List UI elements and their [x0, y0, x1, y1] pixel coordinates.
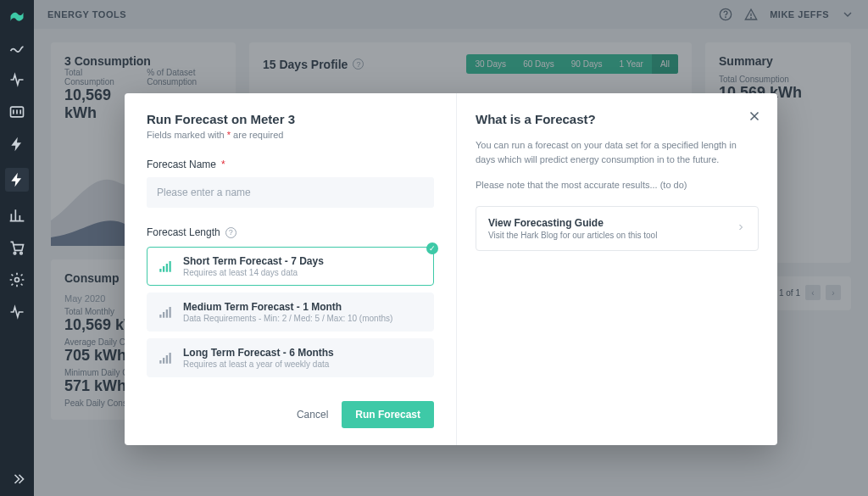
info-p1: You can run a forecast on your data set … [476, 138, 759, 166]
nav-sliders-icon[interactable] [8, 103, 25, 120]
svg-rect-12 [163, 312, 164, 318]
nav-cart-icon[interactable] [8, 239, 25, 256]
svg-point-3 [15, 278, 19, 282]
svg-rect-16 [163, 358, 164, 364]
opt1-title: Short Term Forecast - 7 Days [183, 255, 324, 267]
opt2-desc: Data Requirements - Min: 2 / Med: 5 / Ma… [183, 314, 392, 323]
forecast-option-short[interactable]: Short Term Forecast - 7 Days Requires at… [147, 247, 434, 286]
forecast-name-label: Forecast Name * [147, 159, 434, 170]
svg-rect-13 [166, 309, 168, 318]
svg-rect-15 [159, 360, 161, 364]
nav-chart-icon[interactable] [8, 207, 25, 224]
nav-settings-icon[interactable] [8, 271, 25, 288]
opt3-desc: Requires at least a year of weekly data [183, 359, 334, 369]
signal-icon [158, 259, 173, 274]
app-logo [8, 7, 25, 24]
chevron-right-icon [736, 220, 746, 236]
check-icon: ✓ [426, 242, 438, 254]
opt1-desc: Requires at least 14 days data [183, 268, 324, 277]
svg-rect-14 [170, 307, 171, 318]
run-forecast-button[interactable]: Run Forecast [342, 401, 434, 428]
nav-bolt-icon[interactable] [8, 136, 25, 153]
svg-rect-10 [170, 261, 171, 272]
nav-bolt-active-icon[interactable] [5, 168, 29, 192]
svg-rect-8 [163, 266, 164, 272]
signal-icon [158, 350, 173, 365]
sidebar [0, 0, 34, 496]
modal-overlay: Run Forecast on Meter 3 Fields marked wi… [34, 0, 868, 496]
info-title: What is a Forecast? [476, 112, 759, 126]
forecast-length-label: Forecast Length ? [147, 226, 434, 238]
length-help-icon[interactable]: ? [225, 227, 236, 238]
forecast-option-medium[interactable]: Medium Term Forecast - 1 Month Data Requ… [147, 293, 434, 332]
modal-title: Run Forecast on Meter 3 [147, 112, 434, 126]
svg-rect-17 [166, 355, 168, 364]
svg-rect-11 [159, 315, 161, 318]
info-p2: Please note that the most accurate resul… [476, 178, 759, 192]
sidebar-expand-icon[interactable] [8, 471, 25, 488]
close-button[interactable] [747, 109, 762, 124]
modal-subtitle: Fields marked with * are required [147, 130, 434, 140]
svg-rect-9 [166, 264, 168, 272]
signal-icon [158, 304, 173, 320]
svg-rect-18 [170, 353, 171, 364]
svg-point-2 [20, 252, 23, 254]
forecast-option-long[interactable]: Long Term Forecast - 6 Months Requires a… [147, 338, 434, 377]
guide-title: View Forecasting Guide [488, 217, 657, 229]
nav-activity-icon[interactable] [8, 71, 25, 88]
nav-pulse-icon[interactable] [8, 304, 25, 320]
nav-dashboard-icon[interactable] [8, 39, 25, 56]
forecasting-guide-link[interactable]: View Forecasting Guide Visit the Hark Bl… [476, 206, 759, 251]
forecast-modal: Run Forecast on Meter 3 Fields marked wi… [125, 93, 777, 445]
svg-rect-7 [159, 269, 161, 272]
guide-desc: Visit the Hark Blog for our articles on … [488, 231, 657, 240]
forecast-name-input[interactable] [147, 177, 434, 208]
opt2-title: Medium Term Forecast - 1 Month [183, 301, 392, 313]
opt3-title: Long Term Forecast - 6 Months [183, 347, 334, 359]
svg-point-1 [14, 252, 16, 254]
cancel-button[interactable]: Cancel [297, 409, 328, 421]
